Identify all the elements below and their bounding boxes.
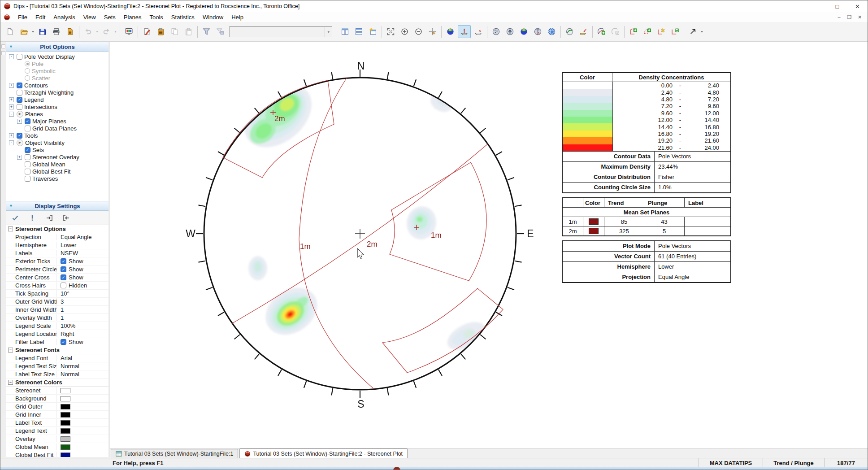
tree-checkbox[interactable]: ✓	[25, 147, 30, 153]
settings-value[interactable]	[57, 453, 108, 457]
dips-menu-icon[interactable]	[4, 14, 10, 21]
settings-value[interactable]	[57, 444, 108, 450]
add-plane-button[interactable]	[595, 25, 608, 38]
settings-row-grid-outer[interactable]: Grid Outer	[6, 403, 108, 411]
tree-checkbox[interactable]: ✓	[17, 83, 22, 88]
tree-item-object-visibility[interactable]: -▶Object Visibility	[6, 139, 108, 146]
tree-item-global-mean[interactable]: Global Mean	[6, 161, 108, 168]
settings-row-tick-spacing[interactable]: Tick Spacing10°	[6, 290, 108, 298]
tree-checkbox[interactable]: ✓	[25, 118, 30, 124]
tree-item-scatter[interactable]: Scatter	[6, 74, 108, 82]
collapse-triangle-icon[interactable]: ▼	[9, 204, 13, 208]
zoom-extents-button[interactable]	[384, 25, 397, 38]
zoom-in-button[interactable]	[398, 25, 411, 38]
settings-row-perimeter-circle[interactable]: Perimeter Circle✓Show	[6, 265, 108, 274]
settings-checkbox[interactable]: ✓	[61, 266, 66, 272]
tree-expand-box[interactable]: +	[17, 119, 22, 124]
settings-value[interactable]: Normal	[57, 371, 108, 378]
pan-button[interactable]	[426, 25, 439, 38]
settings-value[interactable]: ✓Show	[57, 274, 108, 281]
settings-value[interactable]: Equal Angle	[57, 234, 108, 240]
tree-checkbox[interactable]: ✓	[17, 133, 22, 139]
import-settings-button[interactable]	[61, 213, 72, 223]
tree-item-planes[interactable]: -▶Planes	[6, 110, 108, 118]
tree-expand-box[interactable]: -	[9, 54, 14, 59]
document-tab[interactable]: Tutorial 03 Sets (Set Window)-StartingFi…	[111, 449, 238, 458]
color-swatch[interactable]	[61, 388, 70, 393]
undo-button[interactable]	[82, 25, 95, 38]
settings-value[interactable]: ✓Show	[57, 339, 108, 345]
chevron-down-icon[interactable]: ▾	[325, 27, 332, 37]
settings-value[interactable]	[57, 420, 108, 426]
settings-row-label-text[interactable]: Label Text	[6, 419, 108, 427]
tree-radio[interactable]	[25, 75, 30, 81]
tile-vertical-button[interactable]	[339, 25, 352, 38]
color-swatch[interactable]	[61, 396, 70, 401]
settings-row-background[interactable]: Background	[6, 395, 108, 403]
settings-row-hemisphere[interactable]: HemisphereLower	[6, 241, 108, 249]
tree-expand-box[interactable]: +	[9, 133, 14, 138]
tree-expand-box[interactable]: -	[9, 140, 14, 145]
select-tool-dropdown-icon[interactable]: ▾	[700, 26, 704, 38]
tree-checkbox[interactable]: ✓	[17, 97, 22, 103]
open-file-dropdown-icon[interactable]: ▾	[31, 26, 35, 38]
zoom-out-button[interactable]	[412, 25, 425, 38]
settings-group-stereonet-options[interactable]: −Stereonet Options	[6, 225, 108, 233]
new-set-freehand-button[interactable]	[641, 25, 654, 38]
settings-group-stereonet-fonts[interactable]: −Stereonet Fonts	[6, 346, 108, 354]
menu-help[interactable]: Help	[227, 13, 247, 22]
export-settings-button[interactable]	[44, 213, 55, 223]
color-swatch[interactable]	[61, 412, 70, 418]
settings-row-stereonet[interactable]: Stereonet	[6, 387, 108, 395]
settings-checkbox[interactable]: ✓	[61, 258, 66, 264]
settings-value[interactable]	[57, 404, 108, 409]
settings-value[interactable]: Hidden	[57, 282, 108, 289]
group-expand-box[interactable]: −	[8, 348, 13, 352]
color-swatch[interactable]	[61, 453, 70, 457]
redo-button[interactable]	[100, 25, 113, 38]
settings-checkbox[interactable]: ✓	[61, 339, 66, 345]
filter-remove-button[interactable]	[214, 25, 227, 38]
export-document-button[interactable]	[64, 25, 77, 38]
settings-checkbox[interactable]	[61, 283, 66, 288]
menu-sets[interactable]: Sets	[100, 13, 120, 22]
settings-value[interactable]	[57, 388, 108, 393]
settings-value[interactable]: NSEW	[57, 250, 108, 257]
settings-group-stereonet-colors[interactable]: −Stereonet Colors	[6, 379, 108, 387]
filter-data-button[interactable]	[200, 25, 213, 38]
tree-checkbox[interactable]	[25, 126, 30, 131]
set-window-1m[interactable]	[390, 162, 486, 281]
tree-checkbox[interactable]	[17, 54, 22, 60]
add-plane-disabled-button[interactable]	[609, 25, 622, 38]
edit-sets-button[interactable]	[655, 25, 668, 38]
menu-edit[interactable]: Edit	[31, 13, 49, 22]
rosette-plot-button[interactable]	[531, 25, 544, 38]
tree-item-traverses[interactable]: Traverses	[6, 175, 108, 182]
tree-radio[interactable]	[25, 61, 30, 66]
tree-item-pole-vector-display[interactable]: -Pole Vector Display	[6, 53, 108, 60]
group-expand-box[interactable]: −	[8, 380, 13, 385]
pole-plot-button[interactable]	[490, 25, 503, 38]
group-expand-box[interactable]: −	[8, 226, 13, 231]
settings-row-legend-text-size[interactable]: Legend Text SizeNormal	[6, 362, 108, 370]
settings-value[interactable]	[57, 436, 108, 442]
set-window-lower[interactable]	[382, 288, 503, 373]
tree-group-arrow-icon[interactable]: ▶	[17, 111, 23, 118]
document-tab-active[interactable]: Tutorial 03 Sets (Set Window)-StartingFi…	[239, 448, 408, 458]
contour-plot-button[interactable]	[444, 25, 457, 38]
auto-apply-button[interactable]	[27, 213, 38, 223]
menu-view[interactable]: View	[79, 13, 100, 22]
settings-row-overlay[interactable]: Overlay	[6, 435, 108, 443]
tree-radio[interactable]	[25, 68, 30, 74]
tree-item-legend[interactable]: +✓Legend	[6, 96, 108, 103]
save-file-button[interactable]	[36, 25, 49, 38]
settings-value[interactable]: Normal	[57, 363, 108, 370]
tree-item-stereonet-overlay[interactable]: +Stereonet Overlay	[6, 153, 108, 161]
settings-value[interactable]: 1	[57, 314, 108, 321]
settings-value[interactable]	[57, 412, 108, 418]
major-planes-plot-button[interactable]	[472, 25, 485, 38]
new-file-button[interactable]	[4, 25, 17, 38]
color-swatch[interactable]	[61, 428, 70, 434]
collapse-triangle-icon[interactable]: ▼	[9, 44, 13, 49]
tree-checkbox[interactable]	[25, 169, 30, 174]
